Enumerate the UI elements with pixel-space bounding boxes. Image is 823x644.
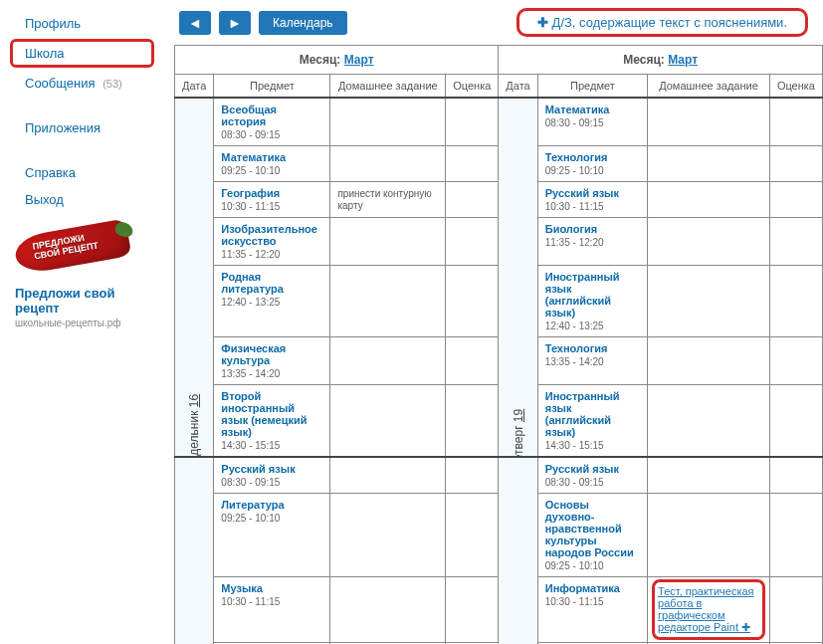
subject-link[interactable]: География [221,187,322,199]
subject-link[interactable]: Математика [221,151,322,163]
time-label: 14:30 - 15:15 [545,440,640,451]
subject-link[interactable]: Второй иностранный язык (немецкий язык) [221,390,322,438]
date-cell [499,457,537,644]
time-label: 09:25 - 10:10 [221,513,322,524]
time-label: 12:40 - 13:25 [221,297,322,308]
time-label: 09:25 - 10:10 [545,165,640,176]
subject-link[interactable]: Математика [545,104,640,115]
time-label: 10:30 - 11:15 [221,596,322,607]
subject-link[interactable]: Технология [545,342,640,354]
nav-help[interactable]: Справка [0,159,164,186]
time-label: 11:35 - 12:20 [221,249,322,260]
subject-link[interactable]: Русский язык [221,463,322,475]
pepper-banner[interactable]: ПРЕДЛОЖИСВОЙ РЕЦЕПТ [15,228,149,278]
recipe-link[interactable]: Предложи свой рецепт [15,286,149,316]
hw-link[interactable]: Тест, практическая работа в графическом … [658,585,759,634]
date-cell-thu: Четверг 19 [499,98,537,457]
nav-messages[interactable]: Сообщения (53) [0,70,164,97]
subject-link[interactable]: Русский язык [545,463,640,475]
nav-school[interactable]: Школа [10,39,154,68]
date-cell-mon: Понедельник 16 [175,98,214,457]
table-row: Русский язык08:30 - 09:15Русский язык08:… [175,457,823,494]
calendar-button[interactable]: Календарь [259,11,347,35]
sidebar: Профиль Школа Сообщения (53) Приложения … [0,0,164,644]
subject-link[interactable]: Музыка [221,582,322,594]
time-label: 13:35 - 14:20 [545,356,640,367]
plus-icon: ✚ [537,15,548,30]
month-link[interactable]: Март [344,53,374,67]
time-label: 10:30 - 11:15 [545,596,640,607]
time-label: 08:30 - 09:15 [221,129,322,140]
time-label: 10:30 - 11:15 [545,201,640,212]
time-label: 14:30 - 15:15 [221,440,322,451]
hw-hint-link[interactable]: ✚Д/З, содержащие текст с пояснениями. [516,8,808,37]
next-button[interactable]: ► [219,11,251,35]
month-link[interactable]: Март [668,53,698,67]
time-label: 09:25 - 10:10 [221,165,322,176]
subject-link[interactable]: Физическая культура [221,342,322,366]
subject-link[interactable]: Литература [221,499,322,511]
nav-apps[interactable]: Приложения [0,114,164,141]
subject-link[interactable]: Иностранный язык (английский язык) [545,390,640,438]
time-label: 10:30 - 11:15 [221,201,322,212]
date-cell [175,457,214,644]
recipe-sublink[interactable]: школьные-рецепты.рф [15,318,149,328]
main-area: ◄ ► Календарь ✚Д/З, содержащие текст с п… [164,0,823,644]
time-label: 12:40 - 13:25 [545,321,640,331]
topbar: ◄ ► Календарь ✚Д/З, содержащие текст с п… [169,0,818,45]
subject-link[interactable]: Русский язык [545,187,640,199]
header-row: ДатаПредметДомашнее заданиеОценка ДатаПр… [175,75,823,99]
time-label: 08:30 - 09:15 [545,117,640,128]
time-label: 13:35 - 14:20 [221,368,322,379]
table-row: Понедельник 16Всеобщая история08:30 - 09… [175,98,823,146]
subject-link[interactable]: Всеобщая история [221,104,322,127]
time-label: 11:35 - 12:20 [545,237,640,248]
time-label: 08:30 - 09:15 [545,477,640,488]
subject-link[interactable]: Иностранный язык (английский язык) [545,271,640,319]
month-header-left: Месяц: Март [175,46,499,75]
nav-profile[interactable]: Профиль [0,10,164,37]
subject-link[interactable]: Биология [545,223,640,235]
hw-text: принести контурную карту [337,188,431,211]
subject-link[interactable]: Основы духовно-нравственной культуры нар… [545,499,640,558]
subject-link[interactable]: Информатика [545,582,640,594]
prev-button[interactable]: ◄ [179,11,211,35]
nav-logout[interactable]: Выход [0,186,164,213]
time-label: 09:25 - 10:10 [545,560,640,571]
subject-link[interactable]: Технология [545,151,640,163]
schedule-table: Месяц: Март Месяц: Март ДатаПредметДомаш… [174,45,823,644]
subject-link[interactable]: Родная литература [221,271,322,295]
month-header-right: Месяц: Март [499,46,823,75]
time-label: 08:30 - 09:15 [221,477,322,488]
subject-link[interactable]: Изобразительное искусство [221,223,322,247]
